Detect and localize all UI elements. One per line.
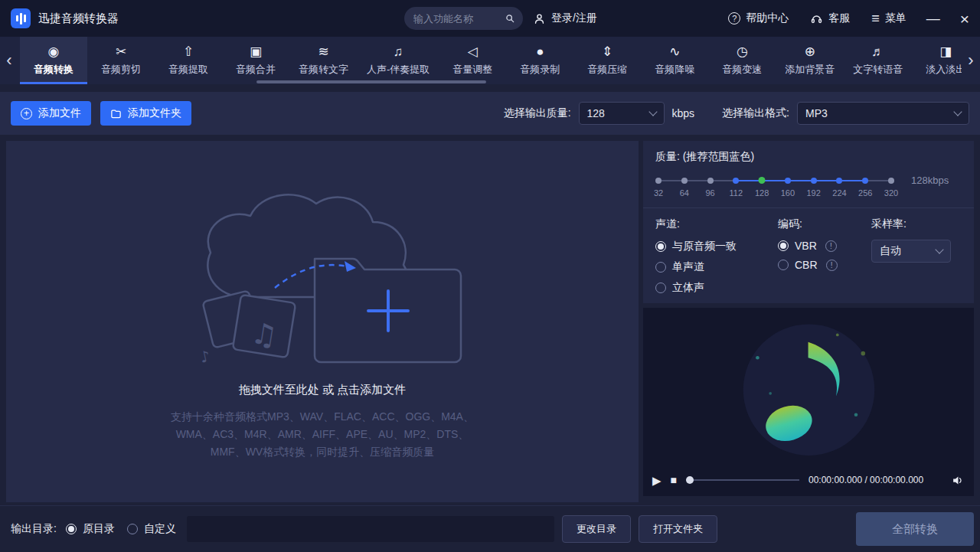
- info-icon[interactable]: !: [826, 260, 838, 271]
- tab-volume-adjust[interactable]: ◁音量调整: [439, 37, 506, 84]
- quality-tick-224[interactable]: [836, 178, 842, 184]
- quality-tick-320[interactable]: [888, 178, 894, 184]
- login-label: 登录/注册: [551, 11, 597, 25]
- chevron-down-icon: [935, 245, 943, 253]
- bottom-bar: 输出目录: 原目录自定义 更改目录 打开文件夹 全部转换: [0, 505, 980, 552]
- output-dir-option-label: 自定义: [144, 522, 176, 536]
- tab-label: 音频变速: [722, 63, 762, 77]
- add-folder-button[interactable]: 添加文件夹: [100, 101, 191, 126]
- encoding-option-0[interactable]: VBR!: [778, 240, 871, 252]
- playback-progress-bar[interactable]: [686, 475, 799, 485]
- stop-button[interactable]: ■: [671, 475, 677, 485]
- tab-vocal-accompaniment-extract[interactable]: ♫人声-伴奏提取: [358, 37, 439, 84]
- tab-label: 音频转换: [34, 63, 74, 77]
- tab-label: 文字转语音: [853, 63, 903, 77]
- tab-audio-merge[interactable]: ▣音频合并: [222, 37, 289, 84]
- search-input[interactable]: [412, 12, 505, 25]
- file-toolbar: + 添加文件 添加文件夹 选择输出质量: 128 kbps 选择输出格式: MP…: [0, 92, 980, 135]
- quality-tick-192[interactable]: [811, 178, 817, 184]
- output-dir-option-label: 原目录: [83, 522, 115, 536]
- search-box[interactable]: [404, 7, 523, 30]
- titlebar-right: ? 帮助中心 客服 ≡ 菜单 — ×: [707, 0, 980, 37]
- quality-tick-64[interactable]: [681, 178, 688, 184]
- folder-icon: [110, 108, 122, 119]
- output-quality-dropdown[interactable]: 128: [579, 102, 665, 125]
- customer-service-button[interactable]: 客服: [810, 11, 850, 25]
- encoding-option-1[interactable]: CBR!: [778, 259, 871, 271]
- tab-audio-denoise[interactable]: ∿音频降噪: [641, 37, 708, 84]
- close-button[interactable]: ×: [960, 11, 969, 27]
- tab-audio-convert[interactable]: ◉音频转换: [20, 37, 87, 84]
- titlebar: 迅捷音频转换器 登录/注册 ? 帮助中心 客服 ≡ 菜单 — ×: [0, 0, 980, 37]
- help-label: 帮助中心: [746, 11, 789, 25]
- progress-knob[interactable]: [686, 476, 694, 484]
- tabs-scroll-left-icon[interactable]: ‹: [0, 37, 18, 84]
- quality-tick-label: 64: [680, 188, 689, 198]
- radio-icon: [778, 240, 789, 251]
- search-icon: [505, 13, 515, 24]
- quality-current-label: 128kbps: [911, 175, 949, 186]
- tab-audio-to-text[interactable]: ≋音频转文字: [289, 37, 358, 84]
- output-path-input[interactable]: [187, 516, 554, 542]
- tab-audio-record[interactable]: ●音频录制: [506, 37, 573, 84]
- help-center-button[interactable]: ? 帮助中心: [728, 11, 789, 25]
- minimize-button[interactable]: —: [926, 11, 940, 25]
- output-dir-options: 原目录自定义: [66, 522, 176, 536]
- svg-text:♫: ♫: [249, 315, 280, 353]
- tab-audio-speed[interactable]: ◷音频变速: [708, 37, 776, 84]
- output-format-dropdown[interactable]: MP3: [797, 102, 969, 125]
- quality-tick-128[interactable]: [759, 177, 766, 184]
- channel-option-0[interactable]: 与原音频一致: [655, 240, 778, 253]
- channel-option-label: 立体声: [672, 281, 704, 295]
- tab-label: 人声-伴奏提取: [367, 63, 430, 77]
- samplerate-section-title: 采样率:: [871, 217, 962, 231]
- quality-slider-recommended-track: [736, 180, 865, 181]
- volume-button[interactable]: [952, 474, 965, 487]
- output-format-value: MP3: [805, 107, 828, 119]
- user-icon: [533, 12, 546, 25]
- quality-tick-112[interactable]: [733, 178, 739, 184]
- tab-audio-compress[interactable]: ⇕音频压缩: [573, 37, 641, 84]
- tab-audio-cut[interactable]: ✂音频剪切: [87, 37, 155, 84]
- quality-tick-32[interactable]: [655, 178, 662, 184]
- tabs-scrollbar-thumb[interactable]: [256, 80, 486, 83]
- convert-all-button[interactable]: 全部转换: [856, 512, 974, 546]
- samplerate-dropdown[interactable]: 自动: [871, 240, 951, 263]
- audio-compress-icon: ⇕: [602, 44, 612, 59]
- menu-label: 菜单: [885, 11, 906, 25]
- encoding-option-label: VBR: [795, 240, 817, 252]
- channel-section: 声道: 与原音频一致单声道立体声: [655, 217, 778, 302]
- quality-tick-96[interactable]: [707, 178, 714, 184]
- quality-tick-160[interactable]: [785, 178, 791, 184]
- quality-tick-label: 128: [755, 188, 769, 198]
- tabs-scroll-right-icon[interactable]: ›: [962, 37, 980, 84]
- login-button[interactable]: 登录/注册: [533, 0, 597, 37]
- play-button[interactable]: ▶: [652, 475, 662, 486]
- tab-label: 音量调整: [452, 63, 492, 77]
- encoding-section: 编码: VBR!CBR!: [778, 217, 871, 302]
- tab-text-to-speech[interactable]: ♬文字转语音: [844, 37, 912, 84]
- change-directory-button[interactable]: 更改目录: [562, 515, 631, 543]
- add-file-button[interactable]: + 添加文件: [11, 101, 91, 126]
- tab-audio-extract[interactable]: ⇧音频提取: [155, 37, 222, 84]
- headset-icon: [810, 12, 823, 25]
- channel-option-2[interactable]: 立体声: [655, 281, 778, 295]
- menu-button[interactable]: ≡ 菜单: [871, 11, 906, 27]
- quality-unit-label: kbps: [672, 107, 695, 119]
- output-dir-option-1[interactable]: 自定义: [127, 522, 176, 536]
- svg-text:♪: ♪: [198, 347, 211, 366]
- tab-add-background-music[interactable]: ⊕添加背景音: [776, 37, 844, 84]
- output-dir-option-0[interactable]: 原目录: [66, 522, 115, 536]
- info-icon[interactable]: !: [825, 240, 837, 252]
- encoding-options: VBR!CBR!: [778, 240, 871, 271]
- audio-extract-icon: ⇧: [183, 44, 194, 59]
- output-settings-panel: 质量: (推荐范围蓝色) 326496112128160192224256320…: [643, 141, 974, 303]
- radio-icon: [655, 262, 666, 273]
- channel-option-1[interactable]: 单声道: [655, 260, 778, 274]
- quality-slider[interactable]: 326496112128160192224256320: [655, 174, 897, 201]
- file-dropzone[interactable]: ♫ ♪ 拖拽文件至此处 或 点击添加文件 支持十余种音频格式MP3、WAV、FL…: [6, 141, 639, 502]
- quality-tick-label: 224: [832, 188, 846, 198]
- radio-icon: [778, 260, 789, 270]
- open-folder-button[interactable]: 打开文件夹: [639, 515, 717, 543]
- quality-tick-256[interactable]: [862, 178, 868, 184]
